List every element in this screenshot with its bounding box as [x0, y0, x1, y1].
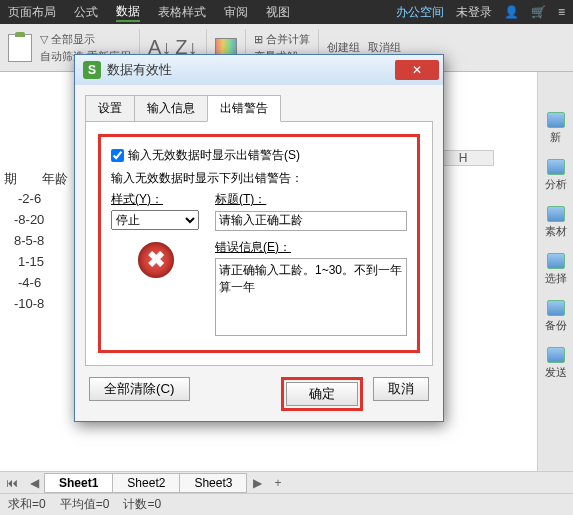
- cancel-button[interactable]: 取消: [373, 377, 429, 401]
- sheet-next-icon[interactable]: ▶: [247, 476, 268, 490]
- select-icon: [547, 253, 565, 269]
- create-group[interactable]: 创建组: [327, 40, 360, 55]
- tab-settings[interactable]: 设置: [85, 95, 135, 122]
- error-icon: ✖: [138, 242, 174, 278]
- sidebar-backup[interactable]: 备份: [545, 300, 567, 333]
- menu-more-icon[interactable]: ≡: [558, 5, 565, 19]
- clipboard-icon[interactable]: [8, 34, 32, 62]
- tab-input-message[interactable]: 输入信息: [134, 95, 208, 122]
- row-header-2: 年龄: [42, 170, 68, 188]
- menu-page-layout[interactable]: 页面布局: [8, 4, 56, 21]
- login-status[interactable]: 未登录: [456, 4, 492, 21]
- menubar: 页面布局 公式 数据 表格样式 审阅 视图 办公空间 未登录 👤 🛒 ≡: [0, 0, 573, 24]
- status-sum: 求和=0: [8, 496, 46, 513]
- cell: -2-6: [18, 191, 41, 206]
- material-icon: [547, 206, 565, 222]
- message-label: 错误信息(E)：: [215, 239, 407, 256]
- highlight-box: 输入无效数据时显示出错警告(S) 输入无效数据时显示下列出错警告： 样式(Y)：…: [98, 134, 420, 353]
- cart-icon[interactable]: 🛒: [531, 5, 546, 19]
- cell: 1-15: [18, 254, 44, 269]
- clear-all-button[interactable]: 全部清除(C): [89, 377, 190, 401]
- sidebar-select[interactable]: 选择: [545, 253, 567, 286]
- cell: -10-8: [14, 296, 44, 311]
- new-icon: [547, 112, 565, 128]
- style-select[interactable]: 停止: [111, 210, 199, 230]
- dialog-title: 数据有效性: [107, 61, 172, 79]
- dialog-body: 输入无效数据时显示出错警告(S) 输入无效数据时显示下列出错警告： 样式(Y)：…: [85, 121, 433, 366]
- menu-data[interactable]: 数据: [116, 3, 140, 22]
- message-textarea[interactable]: 请正确输入工龄。1~30。不到一年算一年: [215, 258, 407, 336]
- style-label: 样式(Y)：: [111, 191, 201, 208]
- merge-calc[interactable]: ⊞ 合并计算: [254, 32, 310, 47]
- backup-icon: [547, 300, 565, 316]
- close-button[interactable]: ✕: [395, 60, 439, 80]
- sheet-prev-icon[interactable]: ◀: [24, 476, 45, 490]
- menu-review[interactable]: 审阅: [224, 4, 248, 21]
- ok-button[interactable]: 确定: [286, 382, 358, 406]
- dialog-buttons: 全部清除(C) 确定 取消: [75, 367, 443, 421]
- cell: 8-5-8: [14, 233, 44, 248]
- sheet-tab-2[interactable]: Sheet2: [112, 473, 180, 493]
- sidebar-new[interactable]: 新: [547, 112, 565, 145]
- row-header-1: 期: [4, 170, 17, 188]
- app-icon: S: [83, 61, 101, 79]
- title-label: 标题(T)：: [215, 191, 407, 208]
- sheet-first-icon[interactable]: ⏮: [0, 476, 24, 490]
- ok-highlight: 确定: [281, 377, 363, 411]
- send-icon: [547, 347, 565, 363]
- sheet-tabs: ⏮ ◀ Sheet1 Sheet2 Sheet3 ▶ +: [0, 471, 573, 493]
- menu-tablestyle[interactable]: 表格样式: [158, 4, 206, 21]
- statusbar: 求和=0 平均值=0 计数=0: [0, 493, 573, 515]
- status-count: 计数=0: [123, 496, 161, 513]
- status-avg: 平均值=0: [60, 496, 110, 513]
- title-input[interactable]: [215, 211, 407, 231]
- dialog-titlebar[interactable]: S 数据有效性 ✕: [75, 55, 443, 85]
- sidebar-material[interactable]: 素材: [545, 206, 567, 239]
- show-all[interactable]: ▽ 全部显示: [40, 32, 131, 47]
- sheet-tab-1[interactable]: Sheet1: [44, 473, 113, 493]
- sidebar-send[interactable]: 发送: [545, 347, 567, 380]
- group-label: 输入无效数据时显示下列出错警告：: [111, 170, 407, 187]
- sidebar-analysis[interactable]: 分析: [545, 159, 567, 192]
- ungroup[interactable]: 取消组: [368, 40, 401, 55]
- cell: -8-20: [14, 212, 44, 227]
- show-alert-label: 输入无效数据时显示出错警告(S): [128, 147, 300, 164]
- sidebar: 新 分析 素材 选择 备份 发送: [537, 72, 573, 471]
- office-space[interactable]: 办公空间: [396, 4, 444, 21]
- cell: -4-6: [18, 275, 41, 290]
- data-validation-dialog: S 数据有效性 ✕ 设置 输入信息 出错警告 输入无效数据时显示出错警告(S) …: [74, 54, 444, 422]
- show-alert-checkbox[interactable]: [111, 149, 124, 162]
- analysis-icon: [547, 159, 565, 175]
- sheet-tab-3[interactable]: Sheet3: [179, 473, 247, 493]
- tab-error-alert[interactable]: 出错警告: [207, 95, 281, 122]
- user-icon[interactable]: 👤: [504, 5, 519, 19]
- menu-view[interactable]: 视图: [266, 4, 290, 21]
- add-sheet-button[interactable]: +: [268, 476, 287, 490]
- dialog-tabs: 设置 输入信息 出错警告: [85, 95, 433, 122]
- menu-formula[interactable]: 公式: [74, 4, 98, 21]
